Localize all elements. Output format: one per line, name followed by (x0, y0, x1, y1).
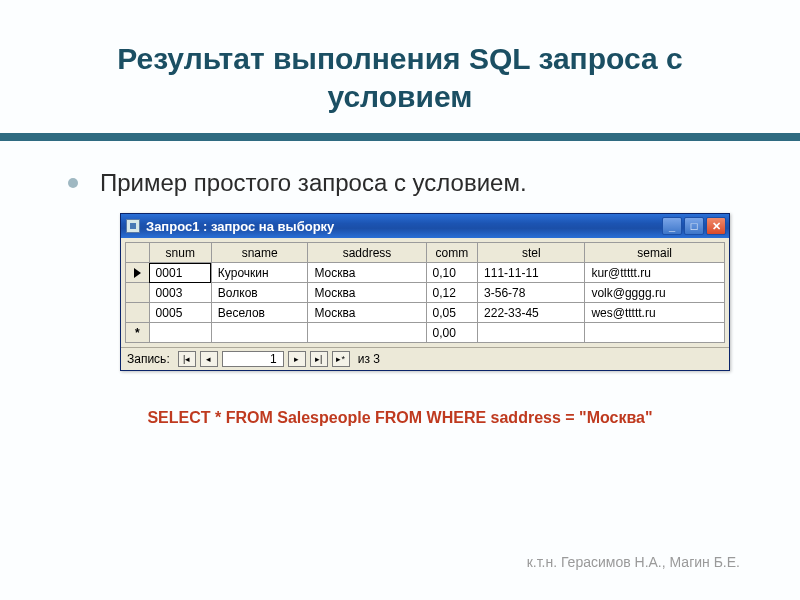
grid-wrap: snum sname saddress comm stel semail 000… (121, 238, 729, 347)
nav-last-button[interactable]: ▸| (310, 351, 328, 367)
nav-new-button[interactable]: ▸* (332, 351, 350, 367)
nav-total: из 3 (358, 352, 380, 366)
cell-comm[interactable]: 0,10 (426, 263, 478, 283)
cell-semail[interactable]: wes@ttttt.ru (585, 303, 725, 323)
col-semail[interactable]: semail (585, 243, 725, 263)
cell-stel[interactable]: 222-33-45 (478, 303, 585, 323)
col-sname[interactable]: sname (211, 243, 308, 263)
col-comm[interactable]: comm (426, 243, 478, 263)
cell-snum[interactable]: 0005 (149, 303, 211, 323)
cell-comm[interactable]: 0,12 (426, 283, 478, 303)
cell-saddress[interactable] (308, 323, 426, 343)
window-icon (126, 219, 140, 233)
cell-semail[interactable]: kur@ttttt.ru (585, 263, 725, 283)
row-indicator (126, 303, 150, 323)
cell-semail[interactable]: volk@gggg.ru (585, 283, 725, 303)
window-titlebar[interactable]: Запрос1 : запрос на выборку _ □ ✕ (121, 214, 729, 238)
nav-next-button[interactable]: ▸ (288, 351, 306, 367)
col-snum[interactable]: snum (149, 243, 211, 263)
cell-sname[interactable]: Курочкин (211, 263, 308, 283)
cell-saddress[interactable]: Москва (308, 283, 426, 303)
cell-sname[interactable] (211, 323, 308, 343)
cell-semail[interactable] (585, 323, 725, 343)
row-indicator-new: * (126, 323, 150, 343)
bullet-row: Пример простого запроса с условием. (0, 169, 800, 209)
col-stel[interactable]: stel (478, 243, 585, 263)
minimize-button[interactable]: _ (662, 217, 682, 235)
bullet-icon (68, 178, 78, 188)
cell-comm[interactable]: 0,05 (426, 303, 478, 323)
slide-title: Результат выполнения SQL запроса с услов… (0, 0, 800, 133)
cell-sname[interactable]: Веселов (211, 303, 308, 323)
bullet-text: Пример простого запроса с условием. (100, 169, 527, 197)
row-indicator (126, 283, 150, 303)
title-underline (0, 133, 800, 141)
close-button[interactable]: ✕ (706, 217, 726, 235)
cell-saddress[interactable]: Москва (308, 263, 426, 283)
nav-label: Запись: (127, 352, 170, 366)
cell-stel[interactable]: 3-56-78 (478, 283, 585, 303)
table-row[interactable]: 0001 Курочкин Москва 0,10 111-11-11 kur@… (126, 263, 725, 283)
sql-statement: SELECT * FROM Salespeople FROM WHERE sad… (0, 409, 800, 427)
col-saddress[interactable]: saddress (308, 243, 426, 263)
result-grid[interactable]: snum sname saddress comm stel semail 000… (125, 242, 725, 343)
cell-sname[interactable]: Волков (211, 283, 308, 303)
slide-footer: к.т.н. Герасимов Н.А., Магин Б.Е. (527, 554, 740, 570)
table-row[interactable]: 0003 Волков Москва 0,12 3-56-78 volk@ggg… (126, 283, 725, 303)
nav-position[interactable]: 1 (222, 351, 284, 367)
header-row: snum sname saddress comm stel semail (126, 243, 725, 263)
cell-comm[interactable]: 0,00 (426, 323, 478, 343)
row-indicator-current (126, 263, 150, 283)
table-row[interactable]: 0005 Веселов Москва 0,05 222-33-45 wes@t… (126, 303, 725, 323)
access-query-window: Запрос1 : запрос на выборку _ □ ✕ snum s… (120, 213, 730, 371)
cell-stel[interactable] (478, 323, 585, 343)
maximize-button[interactable]: □ (684, 217, 704, 235)
table-row-new[interactable]: * 0,00 (126, 323, 725, 343)
cell-snum[interactable]: 0001 (149, 263, 211, 283)
cell-snum[interactable] (149, 323, 211, 343)
window-title: Запрос1 : запрос на выборку (146, 219, 662, 234)
nav-first-button[interactable]: |◂ (178, 351, 196, 367)
nav-prev-button[interactable]: ◂ (200, 351, 218, 367)
cell-snum[interactable]: 0003 (149, 283, 211, 303)
cell-stel[interactable]: 111-11-11 (478, 263, 585, 283)
corner-cell (126, 243, 150, 263)
cell-saddress[interactable]: Москва (308, 303, 426, 323)
record-navigator: Запись: |◂ ◂ 1 ▸ ▸| ▸* из 3 (121, 347, 729, 370)
